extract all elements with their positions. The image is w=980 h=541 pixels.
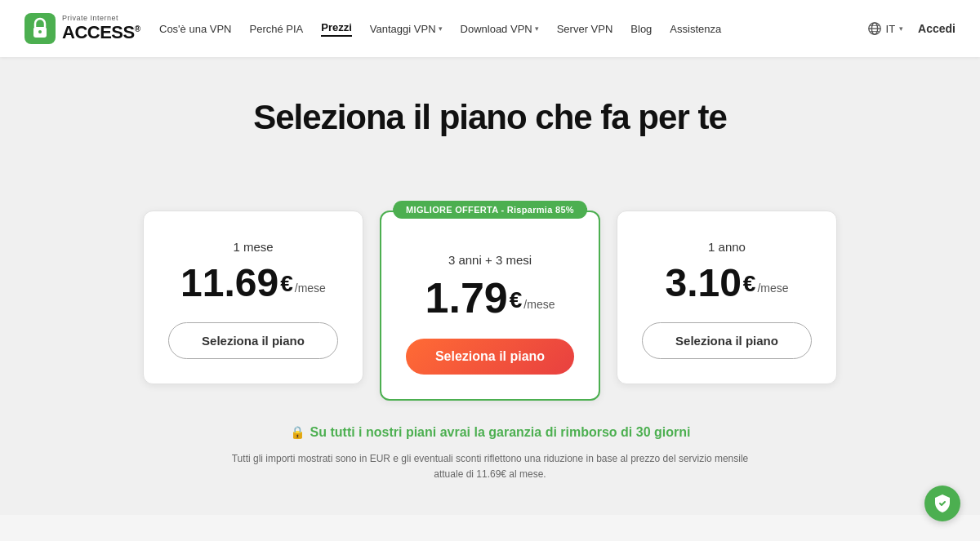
plan-duration-monthly: 1 mese xyxy=(233,240,273,254)
nav-link-cos-vpn[interactable]: Cos'è una VPN xyxy=(159,23,231,35)
plan-price-currency-annual: € xyxy=(743,266,756,303)
logo-lock-icon xyxy=(24,13,56,44)
chevron-down-icon: ▾ xyxy=(439,24,443,33)
select-plan-button-annual[interactable]: Seleziona il piano xyxy=(642,322,812,359)
select-plan-button-monthly[interactable]: Seleziona il piano xyxy=(168,322,338,359)
plan-price-period-annual: /mese xyxy=(757,275,788,303)
nav-link-server[interactable]: Server VPN xyxy=(557,23,613,35)
nav-link-assistenza[interactable]: Assistenza xyxy=(670,23,721,35)
disclaimer-text: Tutti gli importi mostrati sono in EUR e… xyxy=(225,451,755,482)
logo-text: Private Internet ACCESS® xyxy=(62,15,140,42)
plan-price-amount-monthly: 11.69 xyxy=(180,264,278,303)
pricing-cards: 1 mese 11.69 € /mese Seleziona il piano … xyxy=(143,211,837,401)
best-offer-badge: MIGLIORE OFFERTA - Risparmia 85% xyxy=(393,201,587,219)
login-button[interactable]: Accedi xyxy=(918,22,956,35)
plan-price-amount-annual: 3.10 xyxy=(665,264,741,303)
plan-price-row-annual: 3.10 € /mese xyxy=(665,264,788,303)
plan-duration-annual: 1 anno xyxy=(708,240,746,254)
language-label: IT xyxy=(886,23,896,35)
guarantee-section: 🔒 Su tutti i nostri piani avrai la garan… xyxy=(225,425,755,482)
plan-price-period-monthly: /mese xyxy=(295,275,326,303)
plan-price-period-triennial: /mese xyxy=(523,291,555,319)
hero-section: Seleziona il piano che fa per te xyxy=(0,57,980,162)
pricing-section: 1 mese 11.69 € /mese Seleziona il piano … xyxy=(0,162,980,515)
select-plan-button-triennial[interactable]: Seleziona il piano xyxy=(406,339,574,375)
nav-link-vantaggi[interactable]: Vantaggi VPN ▾ xyxy=(370,23,443,35)
shield-icon xyxy=(933,493,952,514)
plan-price-currency-monthly: € xyxy=(280,266,293,303)
globe-icon xyxy=(867,21,882,36)
plan-price-amount-triennial: 1.79 xyxy=(425,277,508,319)
shield-badge[interactable] xyxy=(924,486,960,521)
guarantee-text: 🔒 Su tutti i nostri piani avrai la garan… xyxy=(225,425,755,440)
nav-link-perche-pia[interactable]: Perché PIA xyxy=(249,23,303,35)
lang-chevron-icon: ▾ xyxy=(899,24,903,33)
nav-link-prezzi[interactable]: Prezzi xyxy=(321,21,352,37)
chevron-down-icon: ▾ xyxy=(535,24,539,33)
nav-links: Cos'è una VPN Perché PIA Prezzi Vantaggi… xyxy=(143,21,867,37)
navbar: Private Internet ACCESS® Cos'è una VPN P… xyxy=(0,0,980,57)
plan-price-row-monthly: 11.69 € /mese xyxy=(180,264,326,303)
nav-link-download[interactable]: Download VPN ▾ xyxy=(461,23,539,35)
hero-title: Seleziona il piano che fa per te xyxy=(16,98,964,137)
plan-duration-triennial: 3 anni + 3 mesi xyxy=(448,253,532,267)
svg-point-2 xyxy=(38,30,42,33)
nav-link-blog[interactable]: Blog xyxy=(630,23,652,35)
plan-price-currency-triennial: € xyxy=(510,282,523,319)
plan-card-annual: 1 anno 3.10 € /mese Seleziona il piano xyxy=(617,211,837,384)
plan-card-monthly: 1 mese 11.69 € /mese Seleziona il piano xyxy=(143,211,363,384)
nav-right: IT ▾ Accedi xyxy=(867,21,956,36)
logo[interactable]: Private Internet ACCESS® xyxy=(24,13,143,44)
language-selector[interactable]: IT ▾ xyxy=(867,21,904,36)
lock-icon: 🔒 xyxy=(290,425,305,440)
logo-access-label: ACCESS® xyxy=(62,23,140,42)
plan-price-row-triennial: 1.79 € /mese xyxy=(425,277,555,319)
plan-card-triennial: MIGLIORE OFFERTA - Risparmia 85% 3 anni … xyxy=(380,211,600,401)
